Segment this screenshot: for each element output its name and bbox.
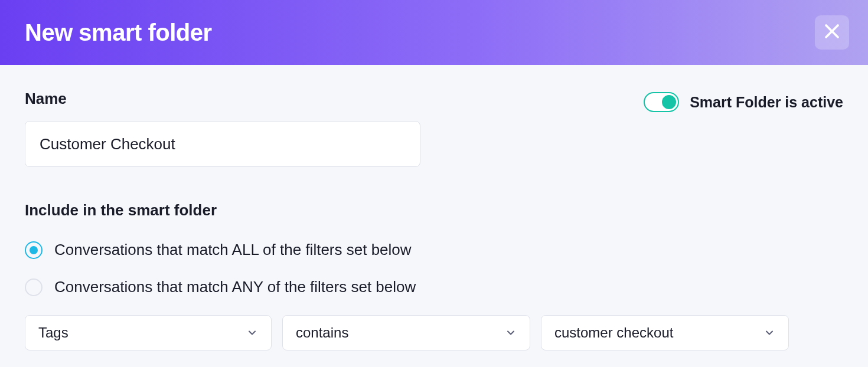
name-label: Name <box>25 90 420 108</box>
radio-icon <box>25 241 43 259</box>
filter-row: Tags contains customer checkout <box>25 315 843 350</box>
modal-body: Name Smart Folder is active Include in t… <box>0 65 868 367</box>
modal-header: New smart folder <box>0 0 868 65</box>
toggle-knob <box>662 95 676 109</box>
radio-match-any-label: Conversations that match ANY of the filt… <box>54 278 416 296</box>
chevron-down-icon <box>505 327 517 339</box>
top-row: Name Smart Folder is active <box>25 90 843 167</box>
radio-match-all[interactable]: Conversations that match ALL of the filt… <box>25 241 843 259</box>
filter-operator-value: contains <box>296 325 348 341</box>
chevron-down-icon <box>763 327 775 339</box>
radio-match-all-label: Conversations that match ALL of the filt… <box>54 241 412 259</box>
filter-value-value: customer checkout <box>554 325 673 341</box>
name-group: Name <box>25 90 420 167</box>
close-icon <box>823 22 841 42</box>
filter-field-value: Tags <box>38 325 68 341</box>
filter-operator-select[interactable]: contains <box>282 315 530 350</box>
include-heading: Include in the smart folder <box>25 201 843 219</box>
radio-match-any[interactable]: Conversations that match ANY of the filt… <box>25 278 843 296</box>
radio-icon <box>25 278 43 296</box>
active-toggle[interactable] <box>644 92 679 112</box>
chevron-down-icon <box>246 327 258 339</box>
modal-title: New smart folder <box>25 19 212 46</box>
name-input[interactable] <box>25 121 420 167</box>
active-toggle-label: Smart Folder is active <box>690 94 843 111</box>
filter-field-select[interactable]: Tags <box>25 315 272 350</box>
filter-value-select[interactable]: customer checkout <box>541 315 789 350</box>
active-toggle-group: Smart Folder is active <box>644 92 843 112</box>
radio-dot-icon <box>30 246 38 254</box>
close-button[interactable] <box>815 15 849 50</box>
